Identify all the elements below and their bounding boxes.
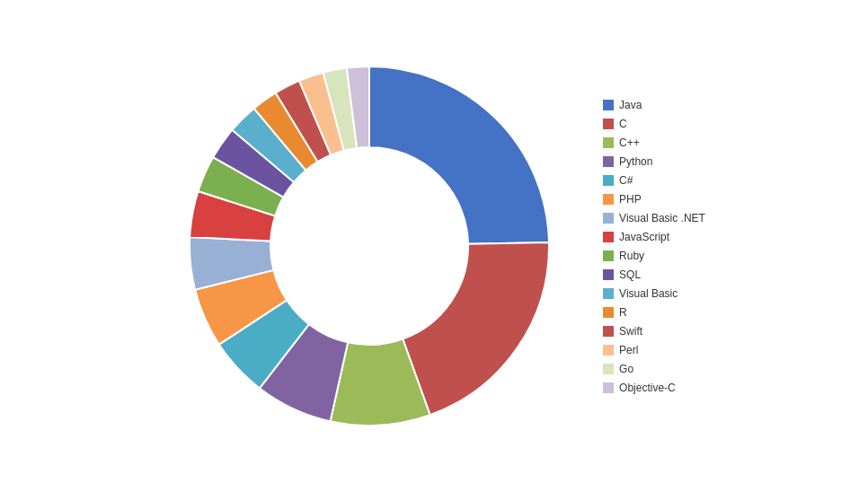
legend-color-box — [603, 194, 614, 205]
legend-color-box — [603, 364, 614, 374]
legend-color-box — [603, 232, 614, 242]
legend-label-text: Visual Basic — [619, 287, 678, 300]
legend-label-text: Python — [619, 155, 652, 168]
legend-label-text: Perl — [619, 344, 638, 356]
donut-svg — [163, 40, 576, 452]
legend-item-visual-basic-.net: Visual Basic .NET — [603, 212, 705, 224]
legend-item-r: R — [603, 306, 705, 319]
legend-label-text: Objective-C — [619, 382, 676, 394]
legend-color-box — [603, 288, 614, 299]
legend-color-box — [603, 119, 614, 129]
legend-color-box — [603, 175, 614, 186]
legend-item-sql: SQL — [603, 268, 705, 281]
legend-label-text: Ruby — [619, 250, 644, 262]
legend-color-box — [603, 100, 614, 110]
legend-label-text: PHP — [619, 193, 642, 206]
legend-color-box — [603, 326, 614, 337]
chart-container: JavaCC++PythonC#PHPVisual Basic .NETJava… — [0, 0, 868, 492]
legend-label-text: Visual Basic .NET — [619, 212, 705, 224]
legend-item-ruby: Ruby — [603, 250, 705, 262]
legend-item-swift: Swift — [603, 325, 705, 338]
legend-item-objective-c: Objective-C — [603, 382, 705, 394]
legend-color-box — [603, 382, 614, 393]
legend-item-perl: Perl — [603, 344, 705, 356]
legend-item-python: Python — [603, 155, 705, 168]
legend-item-c#: C# — [603, 174, 705, 187]
chart-legend: JavaCC++PythonC#PHPVisual Basic .NETJava… — [603, 99, 705, 394]
legend-color-box — [603, 307, 614, 318]
legend-color-box — [603, 213, 614, 224]
legend-color-box — [603, 156, 614, 167]
legend-item-c++: C++ — [603, 136, 705, 149]
legend-label-text: R — [619, 306, 627, 319]
legend-color-box — [603, 269, 614, 280]
legend-label-text: Go — [619, 363, 633, 375]
legend-item-java: Java — [603, 99, 705, 111]
legend-label-text: Java — [619, 99, 642, 111]
legend-item-go: Go — [603, 363, 705, 375]
legend-color-box — [603, 250, 614, 261]
legend-label-text: SQL — [619, 268, 641, 281]
legend-item-javascript: JavaScript — [603, 231, 705, 243]
legend-item-php: PHP — [603, 193, 705, 206]
legend-label-text: C++ — [619, 136, 640, 149]
legend-label-text: JavaScript — [619, 231, 669, 243]
svg-point-0 — [272, 149, 466, 343]
legend-label-text: C# — [619, 174, 633, 187]
legend-item-c: C — [603, 118, 705, 130]
legend-item-visual-basic: Visual Basic — [603, 287, 705, 300]
legend-color-box — [603, 345, 614, 356]
legend-label-text: Swift — [619, 325, 642, 338]
legend-label-text: C — [619, 118, 627, 130]
legend-color-box — [603, 137, 614, 148]
donut-chart — [163, 40, 576, 452]
